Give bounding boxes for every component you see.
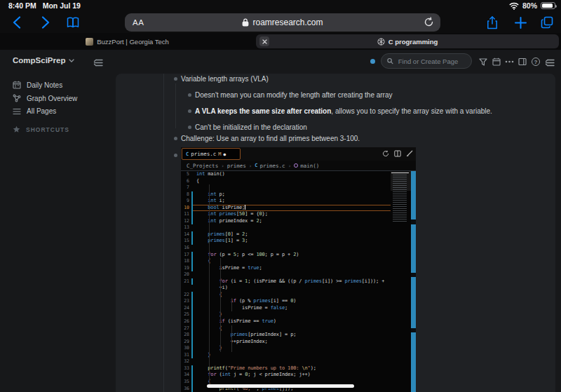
line-number: 13 xyxy=(181,224,191,231)
text-cursor xyxy=(245,205,245,210)
daily-notes-calendar-icon xyxy=(13,81,21,89)
code-editor: 5int main()6{78 int p;9 int i;10 bool is… xyxy=(181,171,416,392)
breadcrumb-separator: › xyxy=(221,163,224,169)
sync-status-dot[interactable] xyxy=(370,59,375,64)
help-button[interactable]: ? xyxy=(530,56,541,67)
line-number: 26 xyxy=(181,318,191,325)
git-gutter-bar xyxy=(191,224,193,231)
line-number: 12 xyxy=(181,218,191,225)
tabs-overview-button[interactable] xyxy=(540,15,554,29)
search-icon xyxy=(387,58,393,65)
horizontal-scrollbar[interactable] xyxy=(207,384,354,388)
tab-buzzport[interactable]: BuzzPort | Georgia Tech xyxy=(0,33,255,50)
star-icon xyxy=(13,126,20,133)
code-line: 30 } xyxy=(181,345,416,352)
line-number: 22 xyxy=(181,292,191,299)
sidebar-item-label: Graph Overview xyxy=(27,95,77,102)
breadcrumb-item: C_Projects xyxy=(187,163,218,169)
embedded-code-screenshot[interactable]: C primes.c M ● C_Projects›primes›Cprimes… xyxy=(181,147,416,392)
block-vla-child-2[interactable]: A VLA keeps the same size after creation… xyxy=(188,107,525,116)
block-text[interactable]: Variable length arrays (VLA) xyxy=(181,74,269,83)
git-gutter-bar xyxy=(191,332,193,339)
code-line: 13 xyxy=(181,224,416,231)
ipad-screen: 8:40 PM Mon Jul 19 80% xyxy=(0,0,561,392)
calendar-button[interactable] xyxy=(491,56,502,67)
code-line: 17 for (p = 5; p <= 100; p = p + 2) xyxy=(181,252,416,259)
git-gutter-bar xyxy=(191,352,193,359)
code-line: 15 primes[1] = 3; xyxy=(181,238,416,245)
block-text[interactable]: A VLA keeps the same size after creation… xyxy=(195,107,492,116)
git-gutter-bar xyxy=(191,231,193,238)
sidebar-item-all-pages[interactable]: All Pages xyxy=(13,107,56,115)
editor-actions xyxy=(382,150,413,157)
bookmarks-button[interactable] xyxy=(66,15,80,29)
search-input[interactable] xyxy=(397,57,466,66)
collapse-left-sidebar-button[interactable] xyxy=(93,57,104,68)
filter-button[interactable] xyxy=(478,56,489,67)
sidebar-item-graph-overview[interactable]: Graph Overview xyxy=(13,94,77,102)
block-text[interactable]: Can't be initialized in the declaration xyxy=(195,123,307,132)
block-text[interactable]: Challenge: Use an array to find all prim… xyxy=(181,134,360,143)
outline-thread-line xyxy=(175,83,176,128)
block-vla-child-3[interactable]: Can't be initialized in the declaration xyxy=(188,123,307,132)
text-size-button[interactable]: AA xyxy=(133,18,144,27)
line-number: 28 xyxy=(181,332,191,339)
code-line: 29 ++primeIndex; xyxy=(181,339,416,346)
git-gutter-bar xyxy=(191,218,193,225)
tab-c-programming[interactable]: C programming xyxy=(256,34,559,48)
address-bar[interactable]: AA roamresearch.com xyxy=(125,13,440,32)
indent-guide xyxy=(209,184,210,385)
collapse-topbar-button[interactable] xyxy=(544,57,555,68)
new-tab-button[interactable] xyxy=(513,15,527,29)
block-image[interactable] xyxy=(174,151,177,157)
git-gutter-bar xyxy=(191,205,193,212)
plain-text: , allows you to specify the array size w… xyxy=(331,107,492,115)
git-gutter-bar xyxy=(191,238,193,245)
block-vla[interactable]: Variable length arrays (VLA) xyxy=(174,74,269,83)
block-vla-child-1[interactable]: Doesn't mean you can modify the length a… xyxy=(188,90,393,100)
block-bullet[interactable] xyxy=(174,137,177,140)
git-modified-badge: M xyxy=(218,151,221,157)
block-bullet[interactable] xyxy=(188,109,191,113)
breadcrumb-item: main() xyxy=(300,163,319,169)
roam-logo-icon xyxy=(377,38,385,46)
code-line: 5int main() xyxy=(181,171,416,178)
line-number xyxy=(181,285,191,292)
block-bullet[interactable] xyxy=(174,154,177,157)
back-button[interactable] xyxy=(10,15,24,29)
git-gutter-bar xyxy=(191,345,193,352)
graph-name-dropdown[interactable]: CompSciPrep xyxy=(13,56,74,65)
git-gutter-bar xyxy=(191,245,193,252)
sidebar-section-shortcuts[interactable]: SHORTCUTS xyxy=(13,126,69,133)
search-box[interactable] xyxy=(381,53,472,69)
all-pages-list-icon xyxy=(13,108,21,115)
block-bullet[interactable] xyxy=(188,126,191,129)
vscode-tab-primes: C primes.c M ● xyxy=(182,148,241,160)
line-number: 21 xyxy=(181,278,191,285)
line-number: 6 xyxy=(181,178,191,185)
git-gutter-bar xyxy=(191,358,193,365)
code-line: +i) xyxy=(181,285,416,292)
status-bar: 8:40 PM Mon Jul 19 80% xyxy=(0,0,561,11)
git-gutter-bar xyxy=(191,211,193,218)
block-text[interactable]: Doesn't mean you can modify the length a… xyxy=(195,90,393,100)
sidebar-item-label: Daily Notes xyxy=(27,81,62,89)
indent-guide xyxy=(231,325,232,352)
git-gutter-bar xyxy=(191,379,193,386)
block-challenge[interactable]: Challenge: Use an array to find all prim… xyxy=(174,134,360,143)
git-gutter-bar xyxy=(191,191,193,198)
line-number: 8 xyxy=(181,191,191,198)
code-lines: 5int main()6{78 int p;9 int i;10 bool is… xyxy=(181,171,416,392)
code-line: 10 bool isPrime; xyxy=(181,205,416,212)
code-line: 22 { xyxy=(181,292,416,299)
reload-button[interactable] xyxy=(424,17,434,27)
forward-button[interactable] xyxy=(39,15,53,29)
vscode-tab-bar: C primes.c M ● xyxy=(181,147,416,161)
block-bullet[interactable] xyxy=(174,77,177,81)
more-options-button[interactable] xyxy=(503,56,515,67)
open-right-sidebar-button[interactable] xyxy=(517,56,528,67)
code-line: 7 xyxy=(181,184,416,191)
sidebar-item-daily-notes[interactable]: Daily Notes xyxy=(13,81,62,89)
share-button[interactable] xyxy=(485,15,499,29)
block-bullet[interactable] xyxy=(188,93,191,97)
